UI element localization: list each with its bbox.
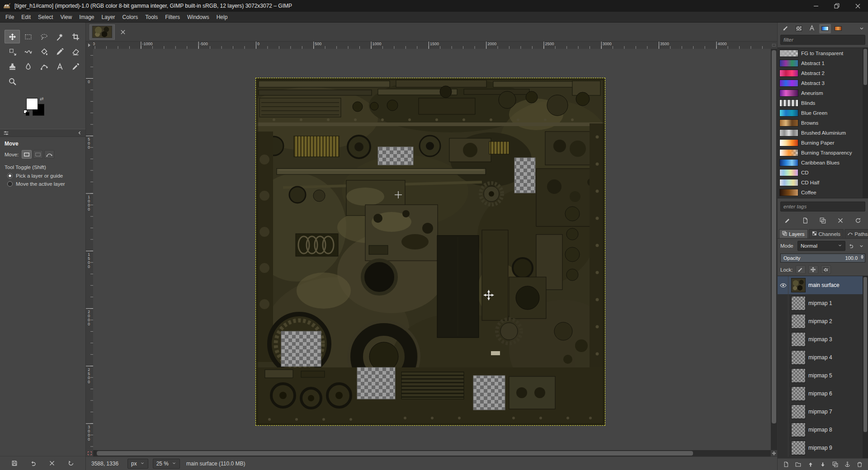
ruler-horizontal[interactable]: -1500-1000-50005001000150020002500300035… — [93, 42, 771, 49]
canvas-image[interactable] — [256, 78, 605, 425]
default-colors-icon[interactable] — [24, 110, 30, 116]
quick-mask-toggle[interactable] — [86, 450, 93, 456]
tool-free-select[interactable] — [36, 30, 52, 43]
vertical-scroll-thumb[interactable] — [772, 50, 776, 423]
tab-palettes[interactable] — [832, 24, 844, 33]
move-layer-button[interactable] — [22, 150, 32, 159]
visibility-eye-icon[interactable] — [778, 276, 788, 294]
ruler-vertical[interactable]: 050010001500200025003000 — [86, 49, 93, 450]
mode-options-icon[interactable] — [857, 242, 865, 250]
tool-bucket-fill[interactable] — [36, 45, 52, 58]
color-selector[interactable]: ⇄ — [26, 98, 58, 122]
move-path-button[interactable] — [44, 150, 54, 159]
tool-move[interactable] — [5, 30, 20, 43]
horizontal-scrollbar[interactable] — [93, 450, 771, 456]
radio-icon[interactable] — [7, 173, 13, 179]
refresh-gradients-button[interactable] — [853, 216, 863, 226]
gradient-filter-input[interactable] — [780, 35, 865, 45]
delete-layer-button[interactable] — [854, 460, 865, 470]
opacity-spinner[interactable] — [861, 255, 863, 259]
layer-row-mipmap-6[interactable]: mipmap 6 — [778, 385, 863, 403]
restore-button[interactable] — [826, 0, 847, 12]
gradient-item[interactable]: CD — [778, 168, 862, 178]
tab-fonts[interactable] — [806, 24, 818, 33]
radio-move-active[interactable]: Move the active layer — [0, 180, 85, 188]
gradient-item[interactable]: Browns — [778, 118, 862, 128]
visibility-toggle[interactable] — [778, 294, 788, 312]
tool-smudge[interactable] — [20, 60, 36, 73]
layer-row-mipmap-2[interactable]: mipmap 2 — [778, 312, 863, 330]
gradient-list-scrollbar[interactable] — [863, 48, 868, 198]
unit-dropdown[interactable]: px — [127, 459, 148, 469]
scroll-thumb[interactable] — [863, 277, 867, 432]
lock-position-button[interactable] — [808, 265, 818, 274]
tool-pencil[interactable] — [52, 45, 67, 58]
delete-gradient-button[interactable] — [835, 216, 846, 226]
menu-filters[interactable]: Filters — [161, 13, 184, 22]
tool-fuzzy-select[interactable] — [52, 30, 67, 43]
layer-row-mipmap-1[interactable]: mipmap 1 — [778, 294, 863, 312]
layer-row-main-surface[interactable]: main surface — [778, 276, 863, 294]
gradient-list[interactable]: FG to TransparentAbstract 1Abstract 2Abs… — [778, 47, 868, 198]
scroll-thumb[interactable] — [863, 49, 867, 85]
gradient-item[interactable]: Blue Green — [778, 108, 862, 118]
foreground-color-swatch[interactable] — [26, 98, 38, 110]
gradient-item[interactable]: Abstract 1 — [778, 58, 862, 68]
layer-row-mipmap-3[interactable]: mipmap 3 — [778, 330, 863, 348]
gradient-item[interactable]: Blinds — [778, 98, 862, 108]
tool-unified-transform[interactable] — [5, 45, 20, 58]
anchor-layer-button[interactable] — [842, 460, 853, 470]
delete-preset-button[interactable] — [47, 458, 57, 468]
new-gradient-button[interactable] — [800, 216, 811, 226]
radio-pick-layer[interactable]: Pick a layer or guide — [0, 172, 85, 180]
save-preset-button[interactable] — [9, 458, 20, 468]
lock-alpha-button[interactable] — [821, 265, 831, 274]
gradient-item[interactable]: CD Half — [778, 178, 862, 188]
dock-menu-icon[interactable] — [858, 24, 866, 33]
tool-crop[interactable] — [68, 30, 83, 43]
visibility-toggle[interactable] — [778, 385, 788, 403]
swap-colors-icon[interactable]: ⇄ — [40, 96, 43, 101]
gradient-item[interactable]: Brushed Aluminium — [778, 128, 862, 138]
menu-colors[interactable]: Colors — [119, 13, 142, 22]
visibility-toggle[interactable] — [778, 403, 788, 421]
tool-rectangle-select[interactable] — [20, 30, 36, 43]
menu-tools[interactable]: Tools — [142, 13, 161, 22]
menu-corner-button[interactable] — [86, 42, 93, 49]
layer-list[interactable]: main surfacemipmap 1mipmap 2mipmap 3mipm… — [778, 276, 868, 458]
mode-switch-icon[interactable] — [847, 242, 855, 250]
tool-color-picker[interactable] — [68, 60, 83, 73]
gradient-item[interactable]: Coffee — [778, 188, 862, 197]
gradient-item[interactable]: Burning Transparency — [778, 148, 862, 158]
move-selection-button[interactable] — [33, 150, 43, 159]
image-tab[interactable] — [90, 24, 115, 40]
tool-options-tab-icon[interactable] — [2, 129, 10, 137]
gradient-item[interactable]: FG to Transparent — [778, 48, 862, 58]
edit-gradient-button[interactable] — [782, 216, 793, 226]
mode-dropdown[interactable]: Normal — [797, 241, 845, 251]
layer-row-mipmap-7[interactable]: mipmap 7 — [778, 403, 863, 421]
duplicate-layer-button[interactable] — [830, 460, 840, 470]
visibility-toggle[interactable] — [778, 421, 788, 439]
minimize-button[interactable] — [806, 0, 826, 12]
horizontal-scroll-thumb[interactable] — [97, 451, 693, 456]
tab-brushes[interactable] — [780, 24, 792, 33]
duplicate-gradient-button[interactable] — [817, 216, 828, 226]
visibility-toggle[interactable] — [778, 312, 788, 330]
new-group-button[interactable] — [793, 460, 803, 470]
layer-row-mipmap-8[interactable]: mipmap 8 — [778, 421, 863, 439]
layer-row-mipmap-4[interactable]: mipmap 4 — [778, 348, 863, 367]
zoom-follow-window-icon[interactable] — [771, 42, 777, 49]
tool-clone[interactable] — [5, 60, 20, 73]
radio-icon[interactable] — [7, 181, 13, 187]
opacity-slider[interactable]: Opacity 100.0 — [780, 254, 865, 263]
menu-help[interactable]: Help — [213, 13, 231, 22]
menu-view[interactable]: View — [57, 13, 75, 22]
tab-paths[interactable]: Paths — [844, 229, 868, 238]
layer-row-mipmap-5[interactable]: mipmap 5 — [778, 367, 863, 385]
zoom-dropdown[interactable]: 25 % — [153, 459, 180, 469]
visibility-toggle[interactable] — [778, 330, 788, 348]
tool-text[interactable] — [52, 60, 67, 73]
tool-eraser[interactable] — [68, 45, 83, 58]
gradient-item[interactable]: Aneurism — [778, 88, 862, 98]
